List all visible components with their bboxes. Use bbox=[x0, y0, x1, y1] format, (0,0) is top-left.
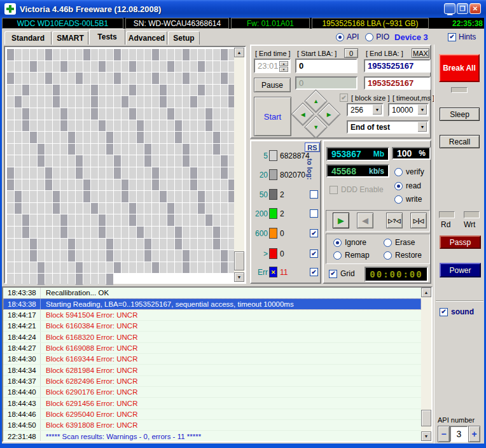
play-button[interactable]: ▶ bbox=[333, 213, 349, 228]
seek-end-button[interactable]: ▷|◁ bbox=[410, 213, 427, 228]
verify-radio[interactable] bbox=[394, 168, 403, 176]
sleep-button[interactable]: Sleep bbox=[440, 108, 480, 121]
log-row[interactable]: 18:44:17Block 5941504 Error: UNCR bbox=[3, 310, 421, 321]
log-errors-checkbox[interactable]: ✔ bbox=[310, 268, 318, 276]
tab-standard[interactable]: Standard bbox=[4, 31, 52, 45]
minimize-icon: ▁ bbox=[447, 8, 452, 15]
pio-radio[interactable] bbox=[365, 33, 373, 41]
remaining-display: 953867Mb bbox=[326, 147, 389, 161]
ignore-radio[interactable] bbox=[333, 239, 342, 247]
passp-button[interactable]: Passp bbox=[440, 235, 481, 249]
end-time-input[interactable]: 23:01 ▲ ▼ bbox=[254, 59, 291, 73]
sound-checkbox[interactable]: ✔ bbox=[440, 308, 448, 316]
grid-scroll-thumb[interactable] bbox=[234, 251, 244, 270]
log-scroll-up-button[interactable]: ▲ bbox=[421, 288, 431, 297]
log-row-selected[interactable]: 18:43:38Starting Reading, LBA=0..1953525… bbox=[3, 298, 421, 309]
end-lba-input[interactable]: 1953525167 bbox=[364, 59, 431, 73]
log-600-checkbox[interactable]: ✔ bbox=[310, 229, 318, 237]
jog-checkbox[interactable]: ✔ bbox=[340, 94, 348, 102]
stat-row-20: 20802070 bbox=[251, 169, 305, 180]
spin-up-icon: ▲ bbox=[279, 61, 288, 66]
recall-button[interactable]: Recall bbox=[440, 135, 480, 148]
pio-radio-label: PIO bbox=[376, 32, 389, 41]
api-minus-button[interactable]: − bbox=[438, 426, 450, 442]
tab-setup[interactable]: Setup bbox=[168, 31, 200, 45]
title-bar[interactable]: Victoria 4.46b Freeware (12.08.2008) ▁ ❐… bbox=[0, 0, 486, 18]
log-row[interactable]: 18:44:43Block 6291456 Error: UNCR bbox=[3, 398, 421, 409]
log-row[interactable]: 18:44:24Block 6168320 Error: UNCR bbox=[3, 332, 421, 342]
back-icon: ◀ bbox=[362, 216, 368, 225]
after-action-select[interactable]: End of test ▼ bbox=[347, 120, 429, 134]
log-200-checkbox[interactable]: ✔ bbox=[310, 209, 318, 218]
start-lba-input[interactable]: 0 bbox=[295, 59, 358, 73]
error-x-icon: ✕ bbox=[269, 267, 277, 277]
stat-row-errors: Err ✕ 11 bbox=[251, 267, 288, 277]
log-row[interactable]: 18:44:27Block 6169088 Error: UNCR bbox=[3, 343, 421, 354]
to-log-label: to log: bbox=[306, 158, 314, 180]
chevron-down-icon[interactable]: ▼ bbox=[372, 104, 382, 115]
tab-smart[interactable]: SMART bbox=[52, 31, 88, 45]
remap-radio[interactable] bbox=[333, 251, 342, 260]
api-radio[interactable] bbox=[336, 33, 344, 41]
seek-question-button[interactable]: ▷?◁ bbox=[386, 213, 403, 228]
monitor-panel: 953867Mb 100% 45568kb/s ✔ DDD Enable ver… bbox=[323, 140, 431, 284]
log-row[interactable]: 18:44:34Block 6281984 Error: UNCR bbox=[3, 365, 421, 375]
log-scroll-down-button[interactable]: ▼ bbox=[421, 431, 431, 441]
scroll-down-icon: ▼ bbox=[424, 434, 429, 438]
log-row[interactable]: 18:44:21Block 6160384 Error: UNCR bbox=[3, 321, 421, 332]
block-size-select[interactable]: 256 ▼ bbox=[347, 103, 384, 116]
write-radio[interactable] bbox=[394, 195, 403, 204]
busy-indicator bbox=[451, 87, 468, 93]
chevron-down-icon[interactable]: ▼ bbox=[417, 104, 427, 115]
api-radio-label: API bbox=[347, 32, 359, 41]
api-plus-button[interactable]: + bbox=[468, 426, 480, 442]
grid-checkbox[interactable]: ✔ bbox=[329, 270, 337, 278]
chevron-down-icon[interactable]: ▼ bbox=[417, 122, 427, 132]
tab-advanced[interactable]: Advanced bbox=[126, 31, 167, 45]
ddd-enable-row: ✔ DDD Enable bbox=[330, 185, 384, 194]
minimize-button[interactable]: ▁ bbox=[444, 3, 455, 14]
pause-button[interactable]: Pause bbox=[254, 78, 291, 92]
erase-radio[interactable] bbox=[384, 239, 392, 247]
spin-down-icon: ▼ bbox=[279, 67, 288, 72]
timeout-select[interactable]: 10000 ▼ bbox=[388, 103, 429, 116]
start-lba-label: [ Start LBA: ] bbox=[297, 50, 337, 57]
close-button[interactable]: ✕ bbox=[469, 3, 481, 14]
maximize-button[interactable]: ❐ bbox=[457, 3, 468, 14]
log-timeout-checkbox[interactable]: ✔ bbox=[310, 249, 318, 258]
log-list[interactable]: 18:43:38Recallibration... OK 18:43:38Sta… bbox=[3, 288, 421, 442]
log-row[interactable]: 18:44:40Block 6290176 Error: UNCR bbox=[3, 387, 421, 398]
log-panel: 18:43:38Recallibration... OK 18:43:38Sta… bbox=[2, 286, 433, 442]
log-scroll-thumb[interactable] bbox=[421, 410, 431, 426]
log-row[interactable]: 18:43:38Recallibration... OK bbox=[3, 288, 421, 298]
drive-capacity: 1953525168 LBA (~931 GB) bbox=[312, 18, 429, 29]
hints-checkbox[interactable]: ✔ bbox=[448, 33, 456, 41]
scroll-down-icon: ▼ bbox=[237, 275, 242, 279]
start-button[interactable]: Start bbox=[254, 97, 291, 136]
seek-question-icon: ▷?◁ bbox=[388, 218, 400, 224]
log-row[interactable]: 22:31:48***** Scan results: Warnings - 0… bbox=[3, 431, 421, 442]
restore-radio[interactable] bbox=[384, 251, 392, 260]
power-button[interactable]: Power bbox=[440, 263, 481, 277]
grid-scrollbar[interactable]: ▲ ▼ bbox=[234, 48, 244, 282]
log-row[interactable]: 18:44:50Block 6391808 Error: UNCR bbox=[3, 420, 421, 431]
grid-scroll-up-button[interactable]: ▲ bbox=[234, 48, 244, 57]
end-time-spinner[interactable]: ▲ ▼ bbox=[279, 61, 288, 71]
read-radio[interactable] bbox=[394, 182, 403, 190]
log-row[interactable]: 18:44:37Block 6282496 Error: UNCR bbox=[3, 376, 421, 387]
grid-scroll-down-button[interactable]: ▼ bbox=[234, 272, 244, 282]
remap-row: Remap bbox=[333, 251, 370, 260]
zero-button[interactable]: 0 bbox=[344, 48, 358, 58]
back-button[interactable]: ◀ bbox=[357, 213, 373, 228]
stat-row-200: 2002 bbox=[251, 208, 284, 219]
log-50-checkbox[interactable]: ✔ bbox=[310, 190, 318, 199]
log-row[interactable]: 18:44:30Block 6169344 Error: UNCR bbox=[3, 354, 421, 365]
max-button[interactable]: MAX bbox=[412, 48, 429, 58]
log-row[interactable]: 18:44:46Block 6295040 Error: UNCR bbox=[3, 409, 421, 420]
api-number-value: 3 bbox=[450, 426, 468, 442]
tab-tests[interactable]: Tests bbox=[89, 29, 125, 45]
end-time-label: [ End time ] bbox=[255, 50, 291, 57]
break-all-button[interactable]: Break All bbox=[439, 54, 480, 82]
ddd-enable-checkbox[interactable]: ✔ bbox=[330, 186, 338, 194]
log-scrollbar[interactable]: ▲ ▼ bbox=[421, 288, 431, 441]
